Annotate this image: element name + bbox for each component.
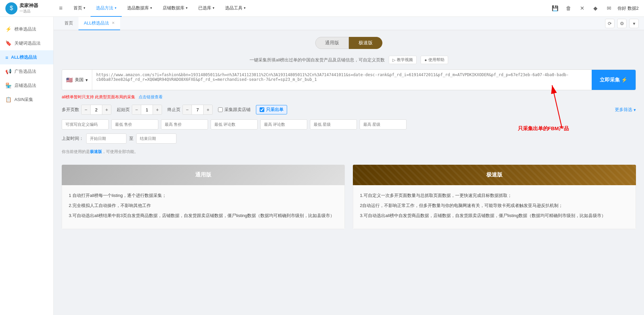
standard-point-2: 2.完全模拟人工自动操作，不影响其他工作	[69, 202, 338, 209]
logo-name: 卖家神器	[19, 3, 38, 9]
custom-sku-input[interactable]	[62, 119, 109, 129]
end-page-group: 终止页 − +	[167, 105, 213, 115]
multi-page-stepper: − +	[81, 105, 111, 115]
tab-bar: 首页 ALL榜选品法 ✕ ⟳ ⚙ ▾	[54, 17, 644, 30]
start-page-value[interactable]	[141, 105, 153, 114]
fast-point-2: 2自动运行，不影响正常工作，但多开数量与你的电脑网速有关，可能导致卡死或者触发亚…	[360, 202, 629, 209]
info-annotation-area: 你当前使用的是极速版，可使用全部功能。 只采集出单的FBM产品	[62, 149, 636, 155]
multi-page-plus[interactable]: +	[102, 105, 111, 114]
max-stars-input[interactable]	[360, 119, 407, 129]
sidebar-item-asin[interactable]: 📋 ASIN采集	[0, 93, 53, 107]
nav-store-db[interactable]: 店铺数据库 ▾	[157, 0, 193, 17]
min-price-input[interactable]	[111, 119, 158, 129]
standard-version-btn[interactable]: 通用版	[315, 37, 349, 49]
fast-card: 极速版 1.可自定义一次多开页面数量与总抓取页面数据，一更快速完成目标数据抓取；…	[353, 165, 636, 229]
fast-point-3: 3.可自动选出all榜中自发货商品数据，店铺数据，自发货跟卖店铺数据，僵尸lis…	[360, 212, 629, 219]
save-icon[interactable]: 💾	[550, 4, 560, 13]
close-icon[interactable]: ✕	[577, 4, 587, 13]
comparison-section: 通用版 1 自动打开all榜每一个listing，逐个进行数据采集； 2.完全模…	[62, 165, 636, 229]
min-reviews-input[interactable]	[211, 119, 258, 129]
help-icon: ●	[424, 58, 427, 62]
chevron-down-icon: ▾	[84, 6, 85, 10]
multi-page-minus[interactable]: −	[82, 105, 90, 114]
version-toggle: 通用版 极速版	[62, 37, 636, 49]
chevron-down-icon: ▾	[186, 6, 187, 10]
end-page-value[interactable]	[192, 105, 204, 114]
country-selector[interactable]: 🇺🇸 美国 ▾	[62, 70, 92, 90]
desc-text: 一键采集所填all榜出过单的中国自发货产品及店铺信息，可自定义页数	[250, 57, 385, 63]
mail-icon[interactable]: ✉	[604, 4, 613, 13]
warning-link[interactable]: 点击链接查看	[139, 95, 163, 99]
header-right: 💾 🗑 ✕ ◆ ✉ 你好 数据2	[550, 4, 639, 13]
standard-card-header: 通用版	[62, 165, 345, 185]
collect-button[interactable]: 立即采集 ⚡	[592, 70, 636, 90]
video-btn[interactable]: ▷ 教学视频	[389, 56, 417, 64]
ad-icon: 📢	[5, 68, 12, 74]
help-btn[interactable]: ● 使用帮助	[421, 56, 448, 64]
page-content: 通用版 极速版 一键采集所填all榜出过单的中国自发货产品及店铺信息，可自定义页…	[54, 30, 644, 236]
user-info: 你好 数据2	[618, 5, 639, 11]
keyword-icon: 🔖	[5, 40, 12, 46]
max-price-input[interactable]	[161, 119, 208, 129]
start-page-minus[interactable]: −	[132, 105, 141, 114]
sidebar-item-all-rank[interactable]: ≡ ALL榜选品法	[0, 50, 53, 64]
nav-selection-method[interactable]: 选品方法 ▾	[91, 0, 122, 17]
end-page-minus[interactable]: −	[183, 105, 192, 114]
nav-selection-tool[interactable]: 选品工具 ▾	[220, 0, 251, 17]
tab-close-icon[interactable]: ✕	[112, 21, 115, 25]
follow-shop-checkbox-label[interactable]: 采集跟卖店铺	[218, 107, 251, 113]
info-text: 你当前使用的是极速版，可使用全部功能。	[62, 149, 636, 155]
diamond-icon[interactable]: ◆	[591, 4, 600, 13]
sidebar-item-store[interactable]: 🏪 店铺选品法	[0, 78, 53, 93]
nav-selection-db[interactable]: 选品数据库 ▾	[122, 0, 157, 17]
video-icon: ▷	[392, 58, 395, 62]
header: $ 卖家神器 一选品 ≡ 首页 ▾ 选品方法 ▾ 选品数据库 ▾ 店铺数据库 ▾…	[0, 0, 644, 17]
end-page-label: 终止页	[167, 107, 180, 113]
tab-home[interactable]: 首页	[59, 17, 78, 30]
delete-icon[interactable]: 🗑	[564, 4, 573, 13]
settings-button[interactable]: ⚙	[617, 19, 627, 28]
nav-selected-lib[interactable]: 已选库 ▾	[193, 0, 220, 17]
layout: ⚡ 榜单选品法 🔖 关键词选品法 ≡ ALL榜选品法 📢 广告选品法 🏪 店铺选…	[0, 17, 644, 315]
date-separator: 至	[129, 136, 133, 142]
multi-page-value[interactable]	[90, 105, 102, 114]
url-input[interactable]	[92, 70, 592, 90]
svg-line-1	[552, 85, 562, 129]
end-page-plus[interactable]: +	[204, 105, 212, 114]
start-page-label: 起始页	[117, 107, 130, 113]
nav-menu: 首页 ▾ 选品方法 ▾ 选品数据库 ▾ 店铺数据库 ▾ 已选库 ▾ 选品工具 ▾	[68, 0, 551, 17]
max-reviews-input[interactable]	[260, 119, 307, 129]
sidebar-item-ad[interactable]: 📢 广告选品法	[0, 64, 53, 78]
chevron-down-icon: ▾	[244, 6, 246, 10]
date-row: 上架时间： 至	[62, 134, 636, 144]
fast-version-btn[interactable]: 极速版	[349, 37, 382, 49]
chevron-down-icon: ▾	[213, 6, 214, 10]
tab-actions: ⟳ ⚙ ▾	[605, 19, 639, 28]
all-rank-icon: ≡	[5, 55, 8, 60]
refresh-button[interactable]: ⟳	[605, 19, 614, 28]
only-order-checkbox-label[interactable]: 只采出单	[256, 105, 287, 114]
fast-point-1: 1.可自定义一次多开页面数量与总抓取页面数据，一更快速完成目标数据抓取；	[360, 192, 629, 199]
expand-button[interactable]: ▾	[629, 19, 639, 28]
start-page-plus[interactable]: +	[153, 105, 162, 114]
multi-page-group: 多开页数 − +	[62, 105, 111, 115]
chevron-down-icon: ▾	[115, 6, 116, 10]
start-date-input[interactable]	[86, 134, 126, 144]
chevron-down-icon: ▾	[150, 6, 152, 10]
flag-icon: 🇺🇸	[66, 77, 73, 83]
main-content: 首页 ALL榜选品法 ✕ ⟳ ⚙ ▾ 通用版 极速版 一键采集所填all榜出过单…	[54, 17, 644, 315]
only-order-checkbox[interactable]	[260, 107, 264, 112]
tab-all-rank[interactable]: ALL榜选品法 ✕	[78, 17, 120, 30]
logo-icon: $	[5, 2, 17, 14]
min-stars-input[interactable]	[310, 119, 357, 129]
end-date-input[interactable]	[136, 134, 176, 144]
fast-card-header: 极速版	[353, 165, 636, 185]
follow-shop-checkbox[interactable]	[218, 107, 223, 112]
more-filter-btn[interactable]: 更多筛选 ▾	[615, 107, 636, 113]
sidebar-item-ranking[interactable]: ⚡ 榜单选品法	[0, 22, 53, 36]
sidebar-item-keyword[interactable]: 🔖 关键词选品法	[0, 36, 53, 50]
nav-home[interactable]: 首页 ▾	[68, 0, 91, 17]
multi-page-label: 多开页数	[62, 107, 79, 113]
standard-point-1: 1 自动打开all榜每一个listing，逐个进行数据采集；	[69, 192, 338, 199]
hamburger-menu[interactable]: ≡	[59, 5, 63, 12]
